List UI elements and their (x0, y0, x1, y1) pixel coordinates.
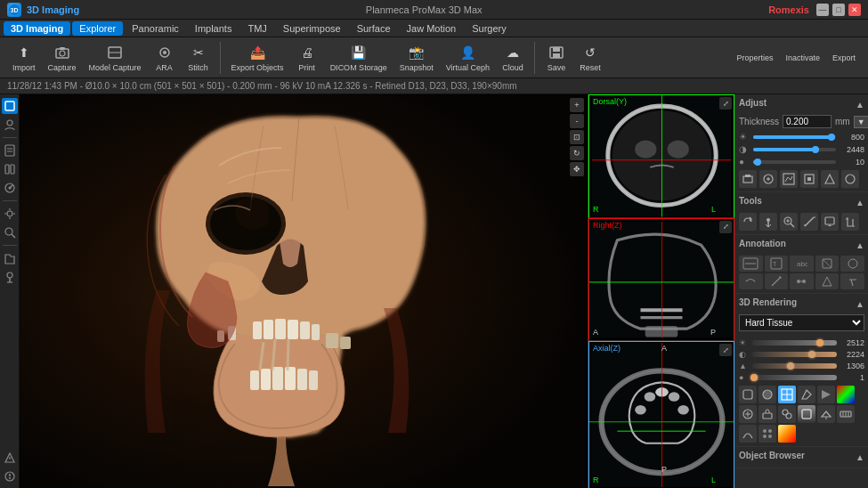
maximize-button[interactable]: □ (832, 4, 845, 16)
export-objects-button[interactable]: 📤 Export Objects (226, 42, 289, 74)
viewport-3d[interactable]: + - ⊡ ↻ ✥ (20, 94, 588, 488)
object-browser-collapse-button[interactable]: ▲ (856, 452, 864, 462)
adjust-tool-2[interactable] (759, 170, 777, 188)
reset-button[interactable]: ↺ Reset (574, 42, 606, 74)
menu-surgery[interactable]: Surgery (465, 21, 514, 36)
adjust-tool-6[interactable] (841, 170, 859, 188)
model-capture-button[interactable]: Model Capture (84, 42, 147, 74)
rendering-tool-2[interactable] (758, 386, 776, 403)
sidebar-item-files[interactable] (2, 250, 18, 266)
panel-top-expand[interactable]: ⤢ (719, 97, 732, 110)
save-button[interactable]: Save (540, 42, 572, 74)
print-button[interactable]: 🖨 Print (291, 42, 323, 74)
thickness-input[interactable] (783, 115, 831, 128)
rendering-slider-2-track[interactable] (752, 352, 837, 357)
tools-collapse-button[interactable]: ▲ (856, 198, 864, 207)
rendering-collapse-button[interactable]: ▲ (856, 299, 864, 309)
rendering-slider-4-track[interactable] (752, 375, 837, 380)
tool-crop[interactable] (841, 213, 859, 231)
pan-button[interactable]: ✥ (570, 162, 584, 176)
sidebar-item-bottom-1[interactable] (2, 450, 18, 466)
rendering-color-swatch[interactable] (837, 386, 855, 403)
cloud-button[interactable]: ☁ Cloud (497, 42, 529, 74)
tool-measure[interactable] (800, 213, 818, 231)
ann-btn-4[interactable] (815, 256, 840, 272)
sidebar-item-analysis[interactable] (2, 180, 18, 196)
tool-annotate[interactable] (821, 213, 839, 231)
panel-view-bottom[interactable]: Axial(Z) R L A P (588, 341, 734, 488)
rendering-preset-select[interactable]: Hard Tissue Soft Tissue Bone Custom (739, 314, 864, 331)
adjust-tool-3[interactable] (780, 170, 798, 188)
sidebar-item-teeth[interactable] (2, 161, 18, 177)
panel-view-top[interactable]: Dorsal(Y) R L ⤢ (588, 94, 734, 218)
tool-rotate[interactable] (739, 213, 757, 231)
contrast-slider-track[interactable] (753, 148, 836, 151)
import-button[interactable]: ⬆ Import (7, 42, 41, 74)
inactivate-button[interactable]: Inactivate (780, 52, 825, 64)
ann-btn-7[interactable] (765, 273, 789, 289)
rendering-tool-15[interactable] (778, 425, 796, 443)
rendering-tool-14[interactable] (758, 425, 776, 443)
ann-btn-6[interactable] (739, 273, 763, 289)
tool-pan[interactable] (759, 213, 777, 231)
virtual-ceph-button[interactable]: 👤 Virtual Ceph (441, 42, 495, 74)
adjust-tool-5[interactable] (821, 170, 839, 188)
rendering-tool-10[interactable] (798, 405, 815, 423)
ara-button[interactable]: ARA (149, 42, 181, 74)
export-button[interactable]: Export (827, 52, 861, 64)
thickness-dropdown[interactable]: ▼ (854, 116, 868, 128)
ann-btn-10[interactable] (840, 273, 864, 289)
rendering-slider-3-track[interactable] (752, 363, 837, 369)
stitch-button[interactable]: ✂ Stitch (183, 42, 215, 74)
rendering-slider-1-track[interactable] (752, 340, 837, 346)
menu-panoramic[interactable]: Panoramic (125, 21, 186, 36)
capture-button[interactable]: Capture (43, 42, 82, 74)
rendering-tool-7[interactable] (739, 405, 757, 423)
rendering-tool-8[interactable] (758, 405, 776, 423)
ann-btn-5[interactable] (840, 256, 864, 272)
annotation-collapse-button[interactable]: ▲ (856, 240, 864, 250)
tool-zoom[interactable] (780, 213, 798, 231)
panel-view-middle[interactable]: Right(Z) A P ⤢ (588, 218, 734, 342)
rendering-tool-11[interactable] (817, 405, 835, 423)
sidebar-item-search[interactable] (2, 224, 18, 240)
rotate-button[interactable]: ↻ (570, 146, 584, 160)
properties-button[interactable]: Properties (731, 52, 778, 64)
sidebar-item-home[interactable] (2, 98, 18, 114)
ann-btn-8[interactable] (790, 273, 814, 289)
brightness-slider-track[interactable] (753, 135, 836, 139)
sidebar-item-settings[interactable] (2, 206, 18, 222)
sidebar-item-bottom-2[interactable] (2, 468, 18, 484)
sidebar-item-microscope[interactable] (2, 269, 18, 285)
menu-explorer[interactable]: Explorer (72, 21, 123, 36)
snapshot-button[interactable]: 📸 Snapshot (394, 42, 439, 74)
sidebar-item-records[interactable] (2, 142, 18, 159)
menu-jaw-motion[interactable]: Jaw Motion (400, 21, 464, 36)
panel-bottom-expand[interactable]: ⤢ (719, 344, 732, 356)
close-button[interactable]: ✕ (848, 4, 861, 16)
rendering-tool-4[interactable] (798, 386, 815, 403)
rendering-tool-13[interactable] (739, 425, 757, 443)
panel-middle-expand[interactable]: ⤢ (719, 221, 732, 233)
fit-view-button[interactable]: ⊡ (570, 130, 584, 144)
ann-btn-3[interactable]: abc (790, 256, 814, 272)
menu-surface[interactable]: Surface (350, 21, 398, 36)
menu-implants[interactable]: Implants (188, 21, 239, 36)
sidebar-item-patient[interactable] (2, 117, 18, 133)
menu-tmj[interactable]: TMJ (240, 21, 273, 36)
adjust-tool-1[interactable] (739, 170, 757, 188)
ann-btn-9[interactable] (815, 273, 840, 289)
minimize-button[interactable]: — (816, 4, 829, 16)
dicom-storage-button[interactable]: 💾 DICOM Storage (325, 42, 393, 74)
rendering-tool-1[interactable] (739, 386, 757, 403)
zoom-out-button[interactable]: - (570, 114, 584, 128)
menu-superimpose[interactable]: Superimpose (276, 21, 348, 36)
rendering-tool-9[interactable] (778, 405, 796, 423)
zoom-in-button[interactable]: + (570, 98, 584, 112)
ann-btn-1[interactable] (739, 256, 763, 272)
rendering-tool-3[interactable] (778, 386, 796, 403)
gamma-slider-track[interactable] (753, 160, 836, 164)
ann-btn-2[interactable]: T (765, 256, 789, 272)
menu-3d-imaging[interactable]: 3D Imaging (4, 21, 70, 36)
rendering-tool-12[interactable] (837, 405, 855, 423)
